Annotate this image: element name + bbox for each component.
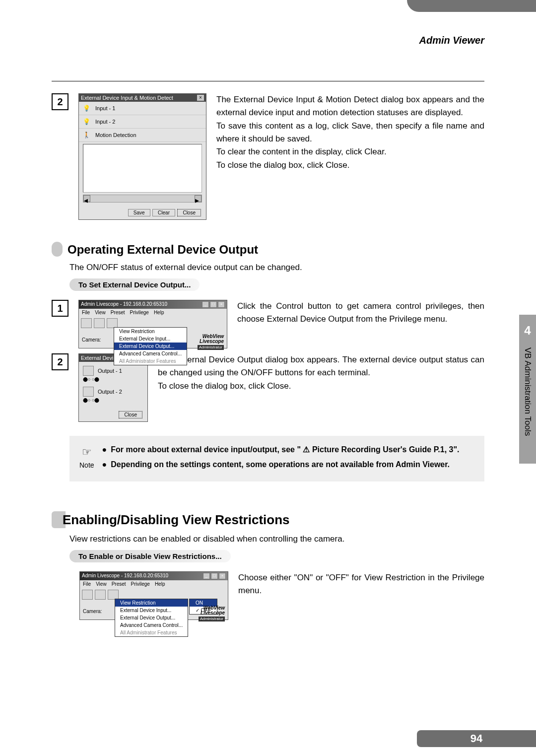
webview-logo: WebViewLivescope Administrator xyxy=(198,334,224,350)
tool-button[interactable] xyxy=(108,590,119,600)
tool-button[interactable] xyxy=(94,318,105,328)
output-label: Output - 1 xyxy=(98,368,122,374)
motion-label: Motion Detection xyxy=(95,132,136,138)
menu-item[interactable]: External Device Input... xyxy=(115,607,188,614)
admin-badge: Administrator xyxy=(198,345,224,350)
warning-icon: ⚠ xyxy=(303,445,310,454)
webview-logo: WebViewLivescope Administrator xyxy=(199,606,225,621)
menu-item[interactable]: View Restriction xyxy=(114,328,187,335)
menu-view[interactable]: View xyxy=(96,581,107,587)
motion-row: 🚶 Motion Detection xyxy=(79,129,206,142)
tool-button[interactable] xyxy=(107,318,118,328)
tool-button[interactable] xyxy=(95,590,106,600)
bullet-icon: ● xyxy=(102,444,107,456)
indicator-icon xyxy=(83,387,94,397)
clear-button[interactable]: Clear xyxy=(152,209,175,216)
motion-icon: 🚶 xyxy=(83,132,90,138)
note-text: Depending on the settings content, some … xyxy=(111,459,450,471)
close-button[interactable]: Close xyxy=(119,411,142,418)
menu-privilege[interactable]: Privilege xyxy=(130,310,149,315)
log-area xyxy=(83,144,202,193)
close-icon[interactable]: × xyxy=(197,95,204,101)
input-label: Input - 2 xyxy=(95,119,115,125)
section-heading: Operating External Device Output xyxy=(67,243,258,257)
note-icon: ☞ xyxy=(79,444,94,460)
top-decor xyxy=(0,0,536,12)
section-bullet xyxy=(52,242,63,257)
app-title: Admin Livescope - 192.168.0.20:65310 xyxy=(82,573,168,579)
section-heading: Enabling/Disabling View Restrictions xyxy=(63,512,290,528)
privilege-submenu[interactable]: View Restriction External Device Input..… xyxy=(115,599,188,637)
camera-label: Camera: xyxy=(82,337,101,343)
indicator-icon xyxy=(83,366,94,376)
section-intro: View restrictions can be enabled or disa… xyxy=(69,534,484,544)
menu-item[interactable]: Advanced Camera Control... xyxy=(115,621,188,629)
menu-file[interactable]: File xyxy=(83,581,91,587)
chapter-tab: 4 VB Administration Tools xyxy=(519,315,536,464)
body-text: Choose either "ON" or "OFF" for View Res… xyxy=(238,571,484,598)
body-text: To close the dialog box, click Close. xyxy=(158,380,484,393)
dialog-title-text: External Device Input & Motion Detect xyxy=(81,95,173,101)
menu-item-disabled: All Administrator Features xyxy=(114,357,187,365)
tool-button[interactable] xyxy=(81,318,92,328)
app-titlebar: Admin Livescope - 192.168.0.20:65310 _□× xyxy=(79,300,227,309)
sub-heading: To Enable or Disable View Restrictions..… xyxy=(69,550,231,562)
menu-file[interactable]: File xyxy=(82,310,90,315)
chapter-label: VB Administration Tools xyxy=(523,347,533,436)
output-label: Output - 2 xyxy=(98,389,122,395)
chapter-number: 4 xyxy=(519,315,536,338)
menu-item-selected[interactable]: External Device Output... xyxy=(114,343,187,350)
body-text: To save this content as a log, click Sav… xyxy=(216,120,484,146)
tool-button[interactable] xyxy=(82,590,93,600)
menu-help[interactable]: Help xyxy=(154,310,164,315)
menu-bar[interactable]: File View Preset Privilege Help xyxy=(80,580,228,588)
menu-privilege[interactable]: Privilege xyxy=(131,581,150,587)
note-text: For more about external device input/out… xyxy=(111,444,459,456)
menu-bar[interactable]: File View Preset Privilege Help xyxy=(79,309,227,316)
admin-badge: Administrator xyxy=(199,617,225,621)
menu-preset[interactable]: Preset xyxy=(112,581,126,587)
input-row: 💡 Input - 1 xyxy=(79,102,206,115)
page-number: 94 xyxy=(417,730,536,747)
privilege-submenu[interactable]: View Restriction External Device Input..… xyxy=(114,327,187,365)
menu-item[interactable]: External Device Output... xyxy=(115,614,188,621)
section-intro: The ON/OFF status of external device out… xyxy=(69,263,484,273)
onoff-toggle[interactable]: ⬤○ ○⬤ xyxy=(83,398,143,403)
close-button[interactable]: Close xyxy=(177,209,201,216)
window-controls[interactable]: _□× xyxy=(202,301,225,308)
bulb-icon: 💡 xyxy=(83,118,90,125)
bullet-icon: ● xyxy=(102,459,107,471)
menu-item-disabled: All Administrator Features xyxy=(115,629,188,636)
menu-item-selected[interactable]: View Restriction xyxy=(115,599,188,607)
app-titlebar: Admin Livescope - 192.168.0.20:65310 _□× xyxy=(80,572,228,580)
sub-heading: To Set External Device Output... xyxy=(69,278,200,291)
input-label: Input - 1 xyxy=(95,105,115,111)
header-title: Admin Viewer xyxy=(52,35,484,46)
bulb-icon: 💡 xyxy=(83,105,90,112)
step-badge: 2 xyxy=(52,353,68,370)
menu-view[interactable]: View xyxy=(95,310,106,315)
header-rule xyxy=(52,81,484,81)
menu-item[interactable]: External Device Input... xyxy=(114,335,187,343)
menu-preset[interactable]: Preset xyxy=(111,310,125,315)
note-box: ☞ Note ● For more about external device … xyxy=(69,436,484,481)
app-title: Admin Livescope - 192.168.0.20:65310 xyxy=(81,301,167,308)
menu-help[interactable]: Help xyxy=(155,581,165,587)
scrollbar[interactable]: ◂▸ xyxy=(83,195,202,203)
menu-item[interactable]: Advanced Camera Control... xyxy=(114,350,187,357)
body-text: The External Device Input & Motion Detec… xyxy=(216,93,484,120)
dialog-titlebar: External Device Input & Motion Detect × xyxy=(79,94,206,102)
input-row: 💡 Input - 2 xyxy=(79,115,206,129)
body-text: The External Device Output dialog box ap… xyxy=(158,353,484,380)
body-text: To close the dialog box, click Close. xyxy=(216,159,484,172)
step-badge: 1 xyxy=(52,300,68,317)
body-text: Click the Control button to get camera c… xyxy=(237,300,484,326)
save-button[interactable]: Save xyxy=(128,209,150,216)
note-label-text: Note xyxy=(79,460,94,471)
onoff-toggle[interactable]: ⬤○ ○⬤ xyxy=(83,377,143,382)
camera-label: Camera: xyxy=(83,609,102,614)
step-badge: 2 xyxy=(52,93,68,110)
window-controls[interactable]: _□× xyxy=(203,573,226,579)
body-text: To clear the content in the display, cli… xyxy=(216,145,484,158)
